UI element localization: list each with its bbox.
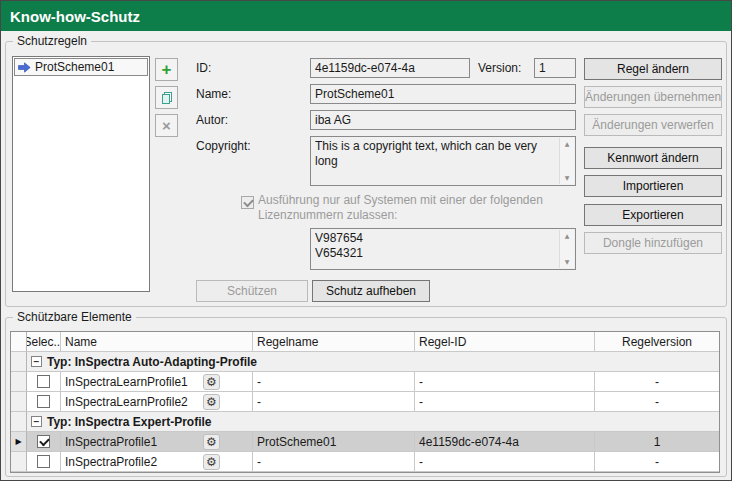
window-title-bar: Know-how-Schutz [1,1,731,31]
gear-icon[interactable]: ⚙ [203,434,220,450]
dongle-hinzufuegen-button: Dongle hinzufügen [584,232,722,254]
version-field[interactable]: 1 [534,58,576,78]
table-group-row-expert: − Typ: InSpectra Expert-Profile [11,412,719,432]
table-row-inspectralearnprofile2[interactable]: InSpectraLearnProfile2 ⚙ - - - [11,392,719,412]
delete-rule-button[interactable]: × [155,114,178,137]
row-selector-cell [11,352,27,372]
schuetzen-button: Schützen [196,280,308,302]
plus-icon: + [162,61,172,78]
collapse-icon[interactable]: − [31,356,42,367]
group-row-expert[interactable]: − Typ: InSpectra Expert-Profile [27,412,719,432]
schutz-aufheben-button[interactable]: Schutz aufheben [312,280,430,302]
license-number: V654321 [315,246,557,261]
schutzregeln-group-label: Schutzregeln [13,34,91,48]
group-row-auto-adapting[interactable]: − Typ: InSpectra Auto-Adapting-Profile [27,352,719,372]
row-name: InSpectraProfile1 [65,435,157,449]
importieren-button[interactable]: Importieren [584,175,722,197]
group-row-label: Typ: InSpectra Expert-Profile [47,415,211,429]
gear-icon[interactable]: ⚙ [203,454,220,470]
column-header-regel-id[interactable]: Regel-ID [415,332,595,352]
add-rule-button[interactable]: + [155,58,178,81]
version-label: Version: [478,61,521,75]
license-restriction-checkbox [241,196,254,209]
copyright-scrollbar[interactable]: ▲ ▼ [559,138,574,184]
row-selector-cell[interactable] [11,392,27,412]
row-selector-cell[interactable] [11,372,27,392]
table-row-inspectraprofile1[interactable]: ▶ InSpectraProfile1 ⚙ ProtScheme01 4e115… [11,432,719,452]
row-regelversion-cell[interactable]: - [595,372,719,392]
row-selector-cell[interactable] [11,452,27,472]
row-checkbox[interactable] [37,375,50,388]
row-regel-id-cell[interactable]: - [415,372,595,392]
autor-label: Autor: [196,113,228,127]
row-name: InSpectraLearnProfile1 [65,375,188,389]
window-title: Know-how-Schutz [10,8,140,25]
schuetzbare-elemente-group: Schützbare Elemente Selec... Name Regeln… [5,317,727,477]
column-header-regelname[interactable]: Regelname [253,332,415,352]
row-select-cell[interactable] [27,372,61,392]
copyright-label: Copyright: [196,139,251,153]
regel-aendern-button[interactable]: Regel ändern [584,58,722,80]
name-label: Name: [196,87,231,101]
license-numbers-text: V987654 V654321 [315,231,557,261]
table-header-row: Selec... Name Regelname Regel-ID Regelve… [11,332,719,352]
row-name: InSpectraLearnProfile2 [65,395,188,409]
autor-field[interactable]: iba AG [310,110,576,130]
license-numbers-field[interactable]: V987654 V654321 ▲ ▼ [310,228,576,270]
column-header-row-selector [11,332,27,352]
scroll-up-icon[interactable]: ▲ [565,141,570,147]
row-checkbox[interactable] [37,455,50,468]
row-regel-id-cell[interactable]: - [415,392,595,412]
scroll-up-icon[interactable]: ▲ [565,233,570,239]
id-field[interactable]: 4e1159dc-e074-4a [310,58,470,78]
row-name-cell[interactable]: InSpectraProfile2 ⚙ [61,452,253,472]
license-scrollbar[interactable]: ▲ ▼ [559,230,574,268]
row-name-cell[interactable]: InSpectraProfile1 ⚙ [61,432,253,452]
row-checkbox[interactable] [37,395,50,408]
column-header-selected[interactable]: Selec... [27,332,61,352]
row-regelversion-cell[interactable]: 1 [595,432,719,452]
license-number: V987654 [315,231,557,246]
schuetzbare-elemente-group-label: Schützbare Elemente [13,310,136,324]
delete-icon: × [162,118,171,133]
row-select-cell[interactable] [27,432,61,452]
row-name-cell[interactable]: InSpectraLearnProfile1 ⚙ [61,372,253,392]
column-header-name[interactable]: Name [61,332,253,352]
row-regelname-cell[interactable]: - [253,372,415,392]
row-regelname-cell[interactable]: - [253,452,415,472]
aenderungen-verwerfen-button: Änderungen verwerfen [584,114,722,136]
row-regelname-cell[interactable]: ProtScheme01 [253,432,415,452]
row-regel-id-cell[interactable]: 4e1159dc-e074-4a [415,432,595,452]
row-select-cell[interactable] [27,452,61,472]
license-restriction-label: Ausführung nur auf Systemen mit einer de… [258,193,580,223]
copy-icon [160,91,174,105]
scroll-down-icon[interactable]: ▼ [565,259,570,265]
kennwort-aendern-button[interactable]: Kennwort ändern [584,147,722,169]
row-regelname-cell[interactable]: - [253,392,415,412]
rule-list[interactable]: ProtScheme01 [12,56,150,292]
id-label: ID: [196,61,211,75]
schutzregeln-group: Schutzregeln ProtScheme01 + × ID: 4e1159… [5,41,727,307]
name-field[interactable]: ProtScheme01 [310,84,576,104]
copy-rule-button[interactable] [155,86,178,109]
copyright-field[interactable]: This is a copyright text, which can be v… [310,136,576,186]
table-row-inspectraprofile2[interactable]: InSpectraProfile2 ⚙ - - - [11,452,719,472]
current-rule-arrow-icon [18,62,31,73]
table-row-inspectralearnprofile1[interactable]: InSpectraLearnProfile1 ⚙ - - - [11,372,719,392]
row-selector-cell[interactable]: ▶ [11,432,27,452]
exportieren-button[interactable]: Exportieren [584,204,722,226]
scroll-down-icon[interactable]: ▼ [565,175,570,181]
gear-icon[interactable]: ⚙ [203,394,220,410]
rule-list-item[interactable]: ProtScheme01 [14,58,148,76]
row-regelversion-cell[interactable]: - [595,392,719,412]
collapse-icon[interactable]: − [31,416,42,427]
row-regel-id-cell[interactable]: - [415,452,595,472]
gear-icon[interactable]: ⚙ [203,374,220,390]
group-row-label: Typ: InSpectra Auto-Adapting-Profile [47,355,257,369]
row-regelversion-cell[interactable]: - [595,452,719,472]
row-checkbox[interactable] [37,435,50,448]
row-name-cell[interactable]: InSpectraLearnProfile2 ⚙ [61,392,253,412]
row-name: InSpectraProfile2 [65,455,157,469]
column-header-regelversion[interactable]: Regelversion [595,332,719,352]
row-select-cell[interactable] [27,392,61,412]
